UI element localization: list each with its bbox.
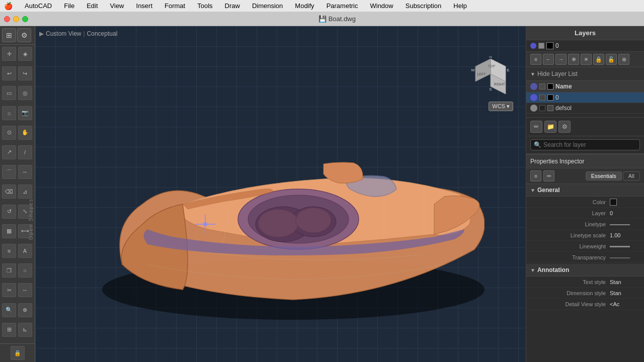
apple-menu[interactable]: 🍎	[4, 2, 13, 10]
circle-tool[interactable]: ○	[18, 263, 32, 278]
close-button[interactable]	[4, 16, 10, 22]
prop-row-linetype-scale: Linetype scale 1.00	[526, 230, 644, 241]
layer-new-btn[interactable]: ✏	[530, 121, 542, 133]
layer-lock-icon[interactable]: 🔒	[593, 54, 604, 65]
linetype-line	[610, 224, 630, 225]
layer-next-icon[interactable]: →	[555, 54, 567, 65]
cylinder-tool[interactable]: ◎	[18, 86, 32, 100]
maximize-button[interactable]	[22, 16, 28, 22]
line-tool[interactable]: /	[18, 145, 32, 159]
menu-autocad[interactable]: AutoCAD	[23, 1, 54, 11]
menu-tools[interactable]: Tools	[195, 1, 214, 11]
home-tool[interactable]: ⌂	[2, 106, 16, 120]
text-tool[interactable]: A	[18, 244, 32, 258]
menu-modify[interactable]: Modify	[293, 1, 316, 11]
annotation-section-header[interactable]: ▼ Annotation	[526, 264, 644, 277]
box-tool[interactable]: ▭	[2, 86, 16, 100]
layer-thaw-all-icon[interactable]: ☀	[581, 54, 592, 65]
layer-color-box[interactable]	[546, 42, 553, 49]
select-tool[interactable]: ↗	[2, 145, 16, 159]
polyline-tool[interactable]: ⌒	[2, 165, 16, 179]
wcs-button[interactable]: WCS ▾	[489, 102, 513, 111]
props-list-icon[interactable]: ≡	[530, 170, 541, 182]
breadcrumb-item-1[interactable]: Custom View	[46, 30, 81, 37]
props-edit-icon[interactable]: ✏	[543, 170, 554, 182]
layer-folder-btn[interactable]: 📁	[544, 121, 556, 133]
layer-defsol-name: defsol	[555, 105, 572, 112]
color-value[interactable]	[610, 198, 640, 205]
properties-tabs-row: ≡ ✏ Essentials All	[526, 168, 644, 184]
menu-subscription[interactable]: Subscription	[404, 1, 444, 11]
text-style-value[interactable]: Stan	[610, 279, 640, 285]
tool-options-btn[interactable]: ⚙	[17, 28, 31, 42]
grid-tool[interactable]: ⊞	[2, 323, 16, 337]
lineweight-value[interactable]	[610, 243, 640, 249]
zoom-tool[interactable]: 🔍	[2, 303, 16, 317]
ortho-tool[interactable]: ⊾	[18, 323, 32, 337]
mirror-tool[interactable]: ⊿	[18, 185, 32, 199]
menu-window[interactable]: Window	[368, 1, 395, 11]
toolbar-top: ⊞ ⚙	[0, 26, 35, 45]
layer-prop-icon[interactable]: ≡	[530, 54, 541, 65]
menu-view[interactable]: View	[108, 1, 126, 11]
menu-help[interactable]: Help	[451, 1, 469, 11]
tab-all[interactable]: All	[623, 171, 640, 180]
orbit-tool[interactable]: ⊙	[2, 126, 16, 140]
linetype-value[interactable]	[610, 221, 640, 227]
trim-tool[interactable]: ✂	[2, 283, 16, 297]
lock-tool[interactable]: 🔒	[11, 346, 25, 360]
extend-tool[interactable]: ↔	[18, 283, 32, 297]
offset-tool[interactable]: ↔	[18, 165, 32, 179]
tab-essentials[interactable]: Essentials	[586, 171, 622, 180]
layer-prev-icon[interactable]: ←	[543, 54, 554, 65]
prop-row-detail-view-style: Detail View style <Ac	[526, 299, 644, 310]
transparency-value[interactable]	[610, 254, 640, 260]
general-section-header[interactable]: ▼ General	[526, 184, 644, 197]
linetype-scale-value[interactable]: 1.00	[610, 232, 640, 238]
layer-tool[interactable]: ≡	[2, 244, 16, 258]
layer-row-defsol[interactable]: defsol	[526, 103, 644, 114]
menu-parametric[interactable]: Parametric	[325, 1, 360, 11]
erase-tool[interactable]: ⌫	[2, 185, 16, 199]
layer-unlock-icon[interactable]: 🔓	[606, 54, 617, 65]
block-tool[interactable]: ❐	[2, 263, 16, 278]
layer-freeze-all-icon[interactable]: ❄	[568, 54, 579, 65]
scale-tool[interactable]: ⤡	[18, 205, 32, 219]
redo-tool[interactable]: ↪	[18, 66, 32, 80]
breadcrumb-item-2[interactable]: Conceptual	[87, 30, 118, 37]
menu-file[interactable]: File	[62, 1, 76, 11]
svg-text:W: W	[471, 68, 475, 72]
menu-dimension[interactable]: Dimension	[250, 1, 285, 11]
search-layer-input[interactable]	[543, 141, 636, 148]
viewport[interactable]: ▶ Custom View | Conceptual	[35, 26, 526, 362]
menu-draw[interactable]: Draw	[223, 1, 242, 11]
detail-view-style-value[interactable]: <Ac	[610, 301, 640, 307]
pan-tool[interactable]: ✋	[18, 126, 32, 140]
workspace-btn[interactable]: ⊞	[2, 28, 16, 42]
menu-insert[interactable]: Insert	[134, 1, 155, 11]
hide-layer-list-toggle[interactable]: ▼ Hide Layer List	[526, 67, 644, 81]
camera-tool[interactable]: 📷	[18, 106, 32, 120]
move-tool[interactable]: ✛	[2, 47, 16, 61]
hide-layer-list-label: Hide Layer List	[537, 70, 578, 77]
layer-merge-icon[interactable]: ⊕	[618, 54, 629, 65]
text-style-label: Text style	[534, 279, 610, 285]
layer-controls-row: 0	[526, 40, 644, 52]
menu-edit[interactable]: Edit	[85, 1, 100, 11]
minimize-button[interactable]	[13, 16, 19, 22]
layer-visible-icon[interactable]	[530, 43, 536, 49]
layer-settings-btn[interactable]: ⚙	[558, 121, 571, 133]
dimension-style-value[interactable]: Stan	[610, 290, 640, 296]
layer-row-0[interactable]: 0	[526, 93, 644, 103]
hatch-tool[interactable]: ▦	[2, 224, 16, 238]
snap-tool[interactable]: ⊕	[18, 303, 32, 317]
svg-text:E: E	[507, 68, 509, 72]
svg-text:RIGHT: RIGHT	[494, 82, 506, 86]
menu-format[interactable]: Format	[163, 1, 187, 11]
3d-tool[interactable]: ◈	[18, 47, 32, 61]
layer-freeze-icon[interactable]	[538, 43, 544, 49]
undo-tool[interactable]: ↩	[2, 66, 16, 80]
rotate-tool[interactable]: ↺	[2, 205, 16, 219]
layer-prop-value[interactable]: 0	[610, 210, 640, 216]
dim-tool[interactable]: ⟷	[18, 224, 32, 238]
